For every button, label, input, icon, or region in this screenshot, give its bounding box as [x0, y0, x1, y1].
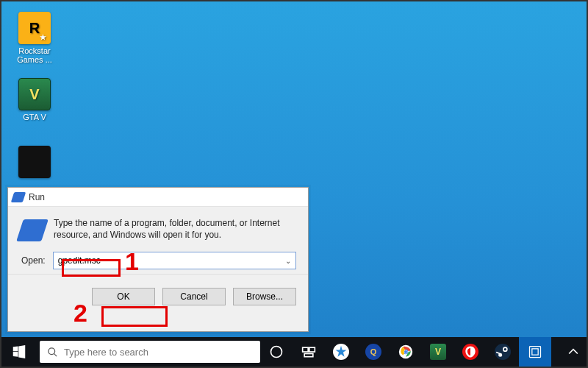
svg-point-0 — [49, 347, 55, 354]
genshin-icon — [333, 344, 349, 360]
svg-point-2 — [271, 347, 282, 358]
run-title: Run — [29, 192, 45, 202]
run-icon-large — [16, 219, 49, 241]
svg-point-8 — [404, 350, 407, 353]
gtav-taskbar-icon: V — [430, 344, 446, 360]
gtav-icon: V — [18, 78, 51, 110]
open-label: Open: — [21, 255, 46, 266]
taskbar-app-steam[interactable] — [487, 337, 519, 367]
svg-rect-5 — [304, 354, 313, 357]
msi-icon — [18, 146, 51, 178]
rockstar-icon: R★ — [18, 12, 51, 44]
chrome-icon — [398, 344, 413, 359]
steam-icon — [495, 344, 511, 360]
taskbar: Type here to search Q V — [1, 337, 587, 367]
lien-quan-icon: Q — [365, 344, 381, 360]
start-button[interactable] — [1, 337, 37, 367]
browse-button[interactable]: Browse... — [233, 288, 296, 305]
run-icon — [11, 192, 26, 202]
desktop-icon-rockstar-games[interactable]: R★ Rockstar Games ... — [12, 12, 57, 64]
run-dialog: Run Type the name of a program, folder, … — [7, 187, 309, 332]
settings-icon — [528, 344, 542, 359]
desktop-icon-gta-v[interactable]: V GTA V — [12, 78, 57, 121]
desktop-icon-label: GTA V — [23, 113, 46, 121]
cortana-icon — [269, 344, 284, 359]
svg-rect-13 — [530, 347, 541, 358]
cortana-button[interactable] — [260, 337, 293, 367]
desktop-icon-label: Rockstar Games ... — [12, 46, 57, 64]
taskbar-app-garena[interactable] — [454, 337, 487, 367]
open-combobox[interactable]: ⌄ — [53, 252, 296, 269]
tray-overflow-button[interactable] — [560, 337, 587, 367]
search-icon — [47, 347, 58, 358]
taskbar-app-gta-v[interactable]: V — [422, 337, 454, 367]
taskbar-search[interactable]: Type here to search — [40, 341, 260, 363]
taskbar-app-chrome[interactable] — [390, 337, 422, 367]
ok-button[interactable]: OK — [92, 288, 155, 305]
windows-icon — [12, 345, 26, 358]
taskbar-app-settings[interactable] — [519, 337, 551, 367]
taskbar-app-lien-quan[interactable]: Q — [357, 337, 390, 367]
svg-rect-4 — [309, 347, 315, 352]
run-titlebar[interactable]: Run — [8, 188, 308, 207]
open-input[interactable] — [54, 254, 281, 267]
desktop-icon-msi[interactable] — [12, 146, 57, 178]
svg-rect-3 — [303, 347, 309, 352]
svg-rect-14 — [532, 349, 538, 355]
svg-line-1 — [54, 353, 57, 356]
chevron-down-icon[interactable]: ⌄ — [281, 257, 295, 265]
svg-point-10 — [504, 348, 506, 350]
task-view-button[interactable] — [293, 337, 325, 367]
garena-icon — [462, 344, 478, 360]
task-view-icon — [301, 344, 316, 359]
cancel-button[interactable]: Cancel — [162, 288, 226, 305]
taskbar-app-genshin[interactable] — [325, 337, 357, 367]
search-placeholder: Type here to search — [64, 347, 148, 358]
run-description: Type the name of a program, folder, docu… — [54, 217, 296, 241]
system-tray — [560, 337, 587, 367]
chevron-up-icon — [566, 344, 581, 359]
